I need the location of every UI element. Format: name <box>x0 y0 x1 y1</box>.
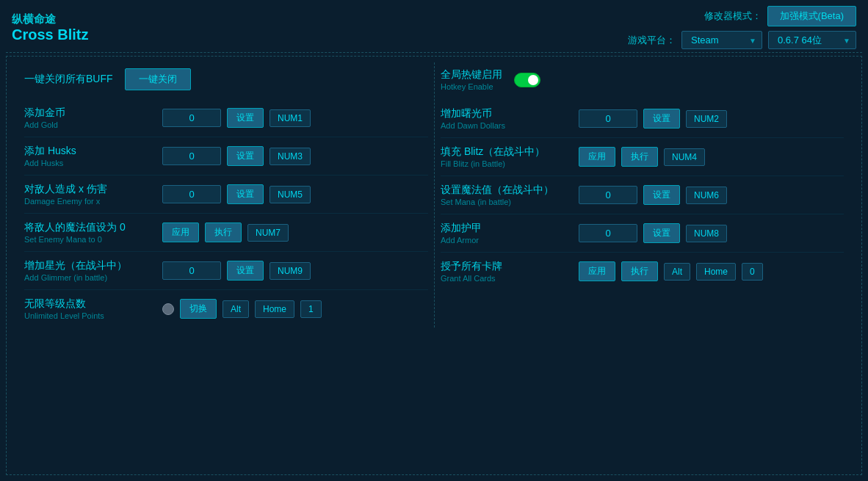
add-gold-input[interactable] <box>162 109 221 127</box>
damage-enemy-input[interactable] <box>162 185 221 203</box>
feature-text-set-mana: 设置魔法值（在战斗中） Set Mana (in battle) <box>441 184 573 206</box>
unlimited-level-hotkey-home: Home <box>255 300 294 318</box>
feature-row-add-armor: 添加护甲 Add Armor 设置 NUM8 <box>441 214 844 253</box>
set-enemy-mana-apply-btn[interactable]: 应用 <box>162 223 199 242</box>
unlimited-level-toggle-btn[interactable]: 切换 <box>180 299 217 319</box>
main-content: 一键关闭所有BUFF 一键关闭 添加金币 Add Gold 设置 NUM1 <box>6 56 862 475</box>
add-gold-hotkey: NUM1 <box>270 109 311 127</box>
add-glimmer-label-en: Add Glimmer (in battle) <box>24 273 156 282</box>
dawn-dollars-set-btn[interactable]: 设置 <box>643 109 680 129</box>
feature-row-set-mana: 设置魔法值（在战斗中） Set Mana (in battle) 设置 NUM6 <box>441 176 844 214</box>
feature-text-dawn-dollars: 增加曙光币 Add Dawn Dollars <box>441 107 573 130</box>
top-header: 纵横命途 Cross Blitz 修改器模式： 加强模式(Beta) 游戏平台：… <box>0 0 868 52</box>
feature-row-add-husks: 添加 Husks Add Husks 设置 NUM3 <box>24 137 428 176</box>
add-glimmer-input[interactable] <box>162 261 221 280</box>
add-glimmer-set-btn[interactable]: 设置 <box>227 261 264 281</box>
add-gold-label-en: Add Gold <box>24 120 156 129</box>
add-glimmer-label-zh: 增加星光（在战斗中） <box>24 259 156 272</box>
close-all-label: 一键关闭所有BUFF <box>24 73 113 86</box>
platform-select[interactable]: Steam Epic GOG <box>681 31 762 49</box>
grant-cards-hotkey-alt: Alt <box>664 263 690 281</box>
feature-row-add-gold: 添加金币 Add Gold 设置 NUM1 <box>24 99 428 137</box>
hotkey-enable-label-en: Hotkey Enable <box>441 82 502 91</box>
feature-text-set-enemy-mana: 将敌人的魔法值设为 0 Set Enemy Mana to 0 <box>24 221 156 244</box>
set-enemy-mana-label-zh: 将敌人的魔法值设为 0 <box>24 221 156 234</box>
add-armor-set-btn[interactable]: 设置 <box>643 223 680 243</box>
dawn-dollars-hotkey: NUM2 <box>686 110 727 128</box>
set-mana-input[interactable] <box>579 186 637 204</box>
feature-text-add-gold: 添加金币 Add Gold <box>24 106 156 129</box>
grant-cards-hotkey-0: 0 <box>742 263 763 281</box>
grant-cards-label-zh: 授予所有卡牌 <box>441 260 573 273</box>
add-armor-hotkey: NUM8 <box>686 225 727 242</box>
dawn-dollars-label-zh: 增加曙光币 <box>441 107 573 120</box>
add-gold-set-btn[interactable]: 设置 <box>227 108 264 128</box>
mode-row: 修改器模式： 加强模式(Beta) <box>704 6 856 26</box>
feature-text-grant-cards: 授予所有卡牌 Grant All Cards <box>441 260 573 283</box>
add-glimmer-hotkey: NUM9 <box>270 262 311 280</box>
feature-text-fill-blitz: 填充 Blitz（在战斗中） Fill Blitz (in Battle) <box>441 145 573 168</box>
feature-row-dawn-dollars: 增加曙光币 Add Dawn Dollars 设置 NUM2 <box>441 100 844 138</box>
hotkey-enable-label-zh: 全局热键启用 <box>441 68 502 82</box>
grant-cards-hotkey-home: Home <box>696 263 736 281</box>
add-husks-hotkey: NUM3 <box>270 148 311 165</box>
feature-text-add-glimmer: 增加星光（在战斗中） Add Glimmer (in battle) <box>24 259 156 282</box>
set-enemy-mana-hotkey: NUM7 <box>247 224 289 242</box>
fill-blitz-exec-btn[interactable]: 执行 <box>621 147 658 167</box>
add-armor-label-zh: 添加护甲 <box>441 222 573 235</box>
dawn-dollars-input[interactable] <box>579 109 637 128</box>
feature-row-unlimited-level: 无限等级点数 Unlimited Level Points 切换 Alt Hom… <box>24 290 428 328</box>
top-controls: 修改器模式： 加强模式(Beta) 游戏平台： Steam Epic GOG 0… <box>628 6 856 49</box>
set-enemy-mana-label-en: Set Enemy Mana to 0 <box>24 235 156 244</box>
title-zh: 纵横命途 <box>12 12 88 26</box>
set-mana-hotkey: NUM6 <box>686 187 727 204</box>
grant-cards-label-en: Grant All Cards <box>441 274 573 283</box>
version-select-wrapper[interactable]: 0.6.7 64位 0.6.6 64位 <box>768 31 856 49</box>
header-divider <box>6 52 862 53</box>
unlimited-level-label-zh: 无限等级点数 <box>24 297 156 311</box>
close-all-row: 一键关闭所有BUFF 一键关闭 <box>24 62 428 99</box>
feature-text-damage-enemy: 对敌人造成 x 伤害 Damage Enemy for x <box>24 183 156 206</box>
add-husks-label-en: Add Husks <box>24 159 156 167</box>
add-husks-input[interactable] <box>162 147 221 165</box>
damage-enemy-label-zh: 对敌人造成 x 伤害 <box>24 183 156 196</box>
title-en: Cross Blitz <box>12 26 88 43</box>
feature-row-set-enemy-mana: 将敌人的魔法值设为 0 Set Enemy Mana to 0 应用 执行 NU… <box>24 214 428 252</box>
grid-layout: 一键关闭所有BUFF 一键关闭 添加金币 Add Gold 设置 NUM1 <box>18 62 850 328</box>
fill-blitz-apply-btn[interactable]: 应用 <box>579 147 615 167</box>
fill-blitz-label-en: Fill Blitz (in Battle) <box>441 159 573 168</box>
add-gold-label-zh: 添加金币 <box>24 106 156 120</box>
mode-button[interactable]: 加强模式(Beta) <box>767 6 856 26</box>
app-container: 纵横命途 Cross Blitz 修改器模式： 加强模式(Beta) 游戏平台：… <box>0 0 868 481</box>
add-husks-label-zh: 添加 Husks <box>24 145 156 158</box>
unlimited-level-hotkey-1: 1 <box>300 300 322 318</box>
set-mana-set-btn[interactable]: 设置 <box>643 185 680 205</box>
set-mana-label-en: Set Mana (in battle) <box>441 198 573 206</box>
add-armor-input[interactable] <box>579 224 637 242</box>
right-panel: 全局热键启用 Hotkey Enable 增加曙光币 Add Dawn Doll… <box>434 62 850 328</box>
platform-select-wrapper[interactable]: Steam Epic GOG <box>681 31 762 49</box>
unlimited-level-toggle[interactable] <box>162 303 174 315</box>
fill-blitz-hotkey: NUM4 <box>664 148 705 166</box>
feature-text-unlimited-level: 无限等级点数 Unlimited Level Points <box>24 297 156 320</box>
close-all-button[interactable]: 一键关闭 <box>125 68 191 90</box>
damage-enemy-label-en: Damage Enemy for x <box>24 197 156 206</box>
grant-cards-apply-btn[interactable]: 应用 <box>579 261 615 281</box>
set-enemy-mana-exec-btn[interactable]: 执行 <box>205 223 242 242</box>
grant-cards-exec-btn[interactable]: 执行 <box>621 261 658 281</box>
hotkey-enable-text: 全局热键启用 Hotkey Enable <box>441 68 502 91</box>
unlimited-level-hotkey-alt: Alt <box>223 300 249 318</box>
feature-row-fill-blitz: 填充 Blitz（在战斗中） Fill Blitz (in Battle) 应用… <box>441 138 844 176</box>
add-armor-label-en: Add Armor <box>441 236 573 245</box>
version-select[interactable]: 0.6.7 64位 0.6.6 64位 <box>768 31 856 49</box>
feature-row-grant-cards: 授予所有卡牌 Grant All Cards 应用 执行 Alt Home 0 <box>441 253 844 290</box>
hotkey-enable-toggle[interactable] <box>514 73 540 87</box>
dawn-dollars-label-en: Add Dawn Dollars <box>441 121 573 130</box>
feature-row-damage-enemy: 对敌人造成 x 伤害 Damage Enemy for x 设置 NUM5 <box>24 176 428 214</box>
damage-enemy-set-btn[interactable]: 设置 <box>227 184 264 204</box>
left-panel: 一键关闭所有BUFF 一键关闭 添加金币 Add Gold 设置 NUM1 <box>18 62 434 328</box>
damage-enemy-hotkey: NUM5 <box>270 186 311 203</box>
set-mana-label-zh: 设置魔法值（在战斗中） <box>441 184 573 197</box>
feature-text-add-armor: 添加护甲 Add Armor <box>441 222 573 245</box>
add-husks-set-btn[interactable]: 设置 <box>227 146 264 166</box>
